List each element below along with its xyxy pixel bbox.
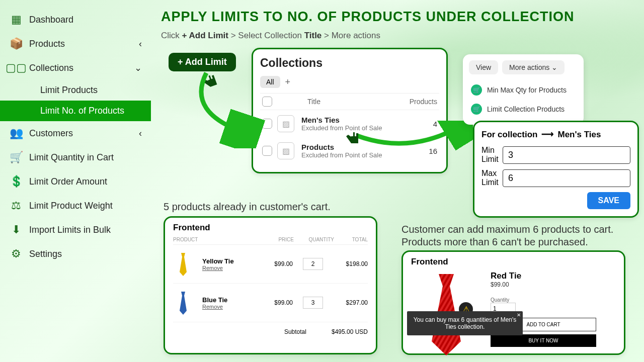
item-total: $297.00 bbox=[333, 299, 368, 306]
chevron-left-icon: ‹ bbox=[139, 128, 142, 139]
tiles-icon: ▢▢ bbox=[9, 61, 23, 75]
qty-input[interactable] bbox=[303, 258, 323, 270]
scale-icon: ⚖ bbox=[9, 199, 23, 213]
flow-arrow-icon bbox=[352, 121, 473, 161]
product-price: $99.00 bbox=[491, 281, 596, 288]
nav-limit-product-weight[interactable]: ⚖Limit Product Weight bbox=[0, 194, 151, 218]
arrow-right-icon: ⟶ bbox=[541, 129, 553, 140]
image-icon: ▨ bbox=[277, 115, 294, 132]
min-limit-label: Min Limit bbox=[481, 146, 503, 164]
product-name: Red Tie bbox=[491, 271, 596, 281]
qty-input[interactable] bbox=[303, 297, 323, 309]
cart-row: Blue TieRemove $99.00 $297.00 bbox=[173, 284, 368, 322]
sidebar: ▦Dashboard 📦Products‹ ▢▢Collections⌄ Lim… bbox=[0, 0, 151, 362]
people-icon: 👥 bbox=[9, 126, 23, 140]
caption-cart-count: 5 products already in customer's cart. bbox=[164, 201, 331, 213]
max-limit-input[interactable] bbox=[503, 169, 630, 187]
limit-form-panel: For collection⟶Men's Ties Min Limit Max … bbox=[473, 121, 639, 218]
limit-toast: ✕You can buy max 6 quantities of Men's T… bbox=[407, 311, 523, 335]
target-collection: Men's Ties bbox=[557, 130, 601, 139]
col-header-title: Title bbox=[307, 98, 410, 106]
frontend-title: Frontend bbox=[411, 257, 616, 267]
subtotal-value: $495.00 USD bbox=[332, 328, 368, 335]
nav-settings[interactable]: ⚙Settings bbox=[0, 242, 151, 266]
buy-now-button[interactable]: BUY IT NOW bbox=[491, 334, 596, 347]
item-price: $99.00 bbox=[258, 299, 293, 306]
chevron-left-icon: ‹ bbox=[139, 39, 142, 49]
add-tab-button[interactable]: + bbox=[285, 77, 291, 87]
subtotal-label: Subtotal bbox=[284, 328, 306, 335]
instruction-text: Click + Add Limit > Select Collection Ti… bbox=[161, 31, 639, 41]
cart-icon: 🛒 bbox=[9, 150, 23, 164]
item-total: $198.00 bbox=[333, 260, 368, 267]
save-button[interactable]: SAVE bbox=[587, 192, 630, 209]
more-actions-panel: View More actions ⌄ 🛒Min Max Qty for Pro… bbox=[463, 54, 584, 125]
nav-dashboard[interactable]: ▦Dashboard bbox=[0, 8, 151, 32]
close-icon[interactable]: ✕ bbox=[517, 312, 521, 318]
nav-limit-qty-cart[interactable]: 🛒Limit Quantity in Cart bbox=[0, 145, 151, 169]
grid-icon: ▦ bbox=[9, 13, 23, 27]
flow-arrow-icon bbox=[186, 68, 267, 148]
nav-customers[interactable]: 👥Customers‹ bbox=[0, 121, 151, 145]
qty-label: Quantity bbox=[491, 297, 596, 303]
cart-badge-icon: 🛒 bbox=[471, 84, 482, 96]
caption-max-a: Customer can add maximum 6 products to c… bbox=[401, 224, 613, 235]
for-collection-label: For collection bbox=[481, 130, 537, 139]
page-title: APPLY LIMITS TO NO. OF PRODUCTS UNDER CO… bbox=[161, 9, 639, 25]
product-name: Blue Tie bbox=[202, 296, 258, 304]
nav-limit-order-amount[interactable]: 💲Limit Order Amount bbox=[0, 169, 151, 194]
pointer-hand-icon bbox=[342, 126, 362, 146]
nav-products[interactable]: 📦Products‹ bbox=[0, 32, 151, 56]
product-name: Yellow Tie bbox=[202, 257, 258, 265]
col-product: PRODUCT bbox=[173, 237, 259, 242]
max-limit-label: Max Limit bbox=[481, 169, 503, 187]
nav-limit-products[interactable]: Limit Products bbox=[0, 80, 151, 101]
col-price: PRICE bbox=[259, 237, 294, 242]
remove-link[interactable]: Remove bbox=[202, 265, 258, 271]
cart-row: Yellow TieRemove $99.00 $198.00 bbox=[173, 245, 368, 284]
min-limit-input[interactable] bbox=[503, 146, 630, 164]
tie-icon bbox=[173, 290, 193, 316]
nav-import-limits[interactable]: ⬇Import Limits in Bulk bbox=[0, 218, 151, 242]
gear-icon: ⚙ bbox=[9, 247, 23, 261]
view-button[interactable]: View bbox=[469, 60, 498, 74]
money-icon: 💲 bbox=[9, 174, 23, 189]
caption-max-b: Products more than 6 can't be purchased. bbox=[401, 236, 588, 248]
action-limit-collection[interactable]: 🛒Limit Collection Products bbox=[469, 100, 578, 119]
frontend-cart-panel: Frontend PRODUCTPRICEQUANTITYTOTAL Yello… bbox=[164, 216, 377, 354]
image-icon: ▨ bbox=[277, 142, 294, 159]
collections-title: Collections bbox=[260, 56, 439, 70]
box-icon: 📦 bbox=[9, 37, 23, 51]
col-qty: QUANTITY bbox=[294, 237, 334, 242]
frontend-title: Frontend bbox=[173, 223, 368, 233]
tie-icon bbox=[173, 251, 193, 277]
nav-collections[interactable]: ▢▢Collections⌄ bbox=[0, 56, 151, 80]
chevron-down-icon: ⌄ bbox=[134, 62, 142, 73]
nav-limit-no-products[interactable]: Limit No. of Products bbox=[0, 101, 151, 121]
download-icon: ⬇ bbox=[9, 223, 23, 237]
more-actions-button[interactable]: More actions ⌄ bbox=[502, 60, 565, 74]
remove-link[interactable]: Remove bbox=[202, 304, 258, 310]
col-header-products: Products bbox=[410, 98, 437, 106]
action-min-max-qty[interactable]: 🛒Min Max Qty for Products bbox=[469, 80, 578, 100]
item-price: $99.00 bbox=[258, 260, 293, 267]
cart-badge-icon: 🛒 bbox=[471, 104, 482, 115]
col-total: TOTAL bbox=[334, 237, 368, 242]
frontend-product-panel: Frontend Red Tie $99.00 Quantity ADD TO … bbox=[401, 250, 625, 355]
chevron-down-icon: ⌄ bbox=[551, 63, 557, 71]
